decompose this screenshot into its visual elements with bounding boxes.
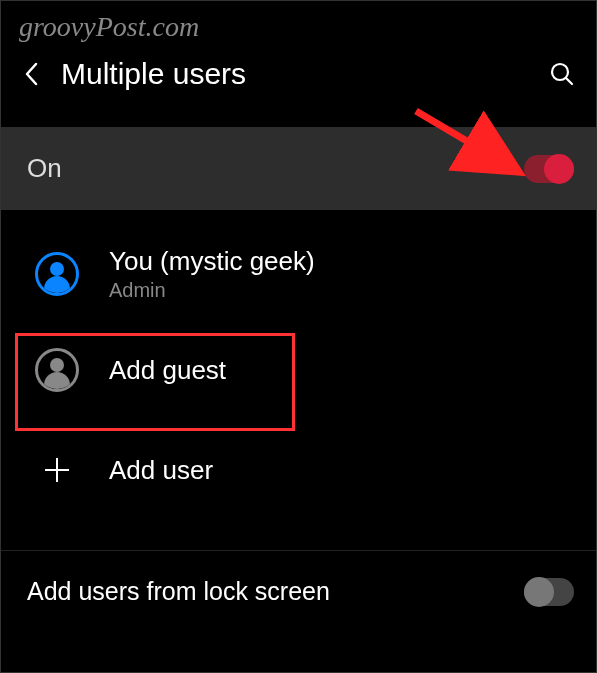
toggle-off-icon — [524, 578, 574, 606]
guest-avatar-icon — [33, 346, 81, 394]
add-user-row[interactable]: Add user — [1, 422, 596, 518]
person-icon — [35, 348, 79, 392]
user-text: You (mystic geek) Admin — [109, 246, 315, 302]
multiple-users-toggle[interactable] — [524, 155, 574, 183]
user-role: Admin — [109, 279, 315, 302]
add-guest-row[interactable]: Add guest — [1, 318, 596, 422]
user-name: You (mystic geek) — [109, 246, 315, 277]
add-user-text: Add user — [109, 455, 213, 486]
user-row-current[interactable]: You (mystic geek) Admin — [1, 230, 596, 318]
app-header: Multiple users — [1, 39, 596, 109]
back-button[interactable] — [19, 62, 43, 86]
users-list: You (mystic geek) Admin Add guest Add us… — [1, 230, 596, 518]
svg-line-1 — [566, 78, 572, 84]
search-button[interactable] — [548, 60, 576, 88]
lock-screen-toggle-row[interactable]: Add users from lock screen — [1, 550, 596, 632]
lock-screen-label: Add users from lock screen — [27, 577, 330, 606]
search-icon — [549, 61, 575, 87]
toggle-label: On — [27, 153, 62, 184]
add-user-label: Add user — [109, 455, 213, 486]
add-guest-text: Add guest — [109, 355, 226, 386]
chevron-left-icon — [24, 62, 38, 86]
page-title: Multiple users — [61, 57, 548, 91]
lock-screen-toggle[interactable] — [524, 578, 574, 606]
multiple-users-toggle-row[interactable]: On — [1, 127, 596, 210]
plus-icon-wrap — [33, 446, 81, 494]
plus-icon — [35, 448, 79, 492]
toggle-on-icon — [524, 155, 574, 183]
person-icon — [35, 252, 79, 296]
user-avatar-icon — [33, 250, 81, 298]
add-guest-label: Add guest — [109, 355, 226, 386]
